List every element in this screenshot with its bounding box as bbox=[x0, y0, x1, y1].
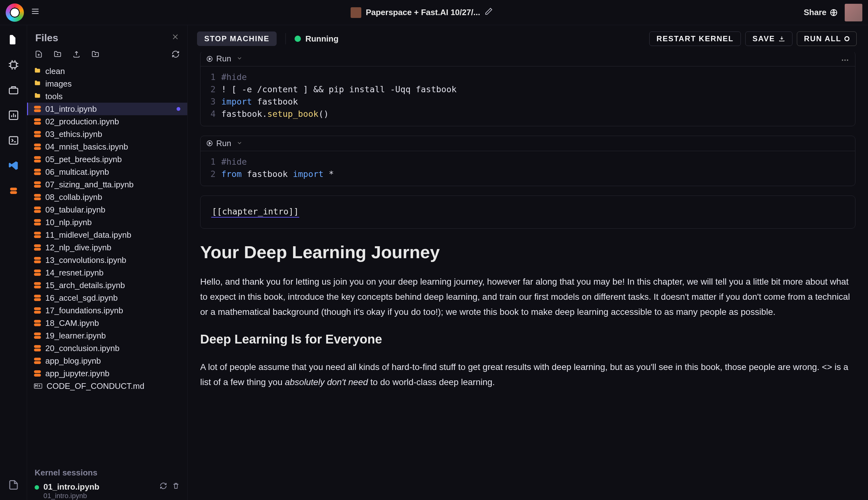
upload-file-icon[interactable] bbox=[72, 50, 81, 60]
file-row[interactable]: 03_ethics.ipynb bbox=[27, 128, 187, 140]
file-row[interactable]: 01_intro.ipynb bbox=[27, 103, 187, 115]
jupyter-file-icon bbox=[34, 105, 41, 112]
rail-files-icon[interactable] bbox=[7, 33, 20, 46]
run-cell-button[interactable]: Run bbox=[206, 54, 231, 64]
folder-row[interactable]: tools bbox=[27, 90, 187, 103]
kernel-sessions-section: Kernel sessions 01_intro.ipynb 01_intro.… bbox=[27, 463, 187, 500]
jupyter-file-icon bbox=[34, 169, 41, 175]
refresh-icon[interactable] bbox=[172, 50, 180, 60]
file-row[interactable]: 04_mnist_basics.ipynb bbox=[27, 140, 187, 153]
rail-metrics-icon[interactable] bbox=[7, 109, 20, 122]
play-icon bbox=[206, 55, 213, 62]
markdown-h2: Deep Learning Is for Everyone bbox=[200, 332, 855, 346]
folder-icon bbox=[34, 66, 41, 76]
jupyter-file-icon bbox=[34, 357, 41, 364]
code-cell-2[interactable]: Run 1#hide 2from fastbook import * bbox=[200, 136, 855, 186]
markdown-cell[interactable]: [[chapter_intro]] bbox=[200, 195, 855, 229]
rail-terminal-icon[interactable] bbox=[7, 134, 20, 147]
code-area[interactable]: 1#hide 2from fastbook import * bbox=[200, 151, 855, 186]
file-row[interactable]: 16_accel_sgd.ipynb bbox=[27, 292, 187, 304]
stop-machine-button[interactable]: STOP MACHINE bbox=[197, 32, 277, 46]
run-all-button[interactable]: RUN ALL bbox=[797, 32, 857, 46]
file-row[interactable]: 10_nlp.ipynb bbox=[27, 216, 187, 229]
run-all-label: RUN ALL bbox=[804, 34, 841, 43]
file-row[interactable]: 09_tabular.ipynb bbox=[27, 203, 187, 216]
download-icon bbox=[778, 35, 785, 42]
cell-menu-icon[interactable] bbox=[841, 54, 849, 64]
restart-kernel-button[interactable]: RESTART KERNEL bbox=[649, 32, 741, 46]
folder-name: tools bbox=[45, 92, 62, 101]
kernel-delete-icon[interactable] bbox=[172, 482, 180, 492]
file-name: app_blog.ipynb bbox=[45, 356, 101, 366]
chapter-tag: [[chapter_intro]] bbox=[211, 206, 299, 218]
file-name: CODE_OF_CONDUCT.md bbox=[47, 381, 144, 391]
rail-datasets-icon[interactable] bbox=[7, 84, 20, 96]
file-row[interactable]: 14_resnet.ipynb bbox=[27, 266, 187, 279]
file-row[interactable]: 20_conclusion.ipynb bbox=[27, 342, 187, 354]
file-row[interactable]: app_jupyter.ipynb bbox=[27, 367, 187, 380]
file-name: 14_resnet.ipynb bbox=[45, 268, 104, 278]
kernel-item[interactable]: 01_intro.ipynb 01_intro.ipynb bbox=[35, 482, 180, 500]
file-row[interactable]: 15_arch_details.ipynb bbox=[27, 279, 187, 292]
upload-folder-icon[interactable] bbox=[91, 50, 100, 60]
run-cell-button[interactable]: Run bbox=[206, 138, 231, 148]
files-sidebar: Files cleanimagestools01_intro.ipynb02_p… bbox=[27, 25, 188, 500]
file-name: 05_pet_breeds.ipynb bbox=[45, 155, 122, 164]
edit-title-icon[interactable] bbox=[485, 7, 493, 18]
markdown-file-icon bbox=[34, 381, 42, 391]
icon-rail bbox=[0, 25, 27, 500]
file-row[interactable]: 07_sizing_and_tta.ipynb bbox=[27, 178, 187, 191]
file-name: 15_arch_details.ipynb bbox=[45, 281, 125, 290]
jupyter-file-icon bbox=[34, 332, 41, 339]
file-row[interactable]: 12_nlp_dive.ipynb bbox=[27, 241, 187, 254]
chevron-down-icon[interactable] bbox=[236, 138, 243, 148]
file-row[interactable]: 19_learner.ipynb bbox=[27, 329, 187, 342]
menu-icon[interactable] bbox=[31, 7, 40, 18]
file-row[interactable]: app_blog.ipynb bbox=[27, 354, 187, 367]
code-cell-1[interactable]: Run 1#hide 2! [ -e /content ] && pip ins… bbox=[200, 51, 855, 126]
svg-point-29 bbox=[842, 59, 843, 61]
svg-marker-28 bbox=[209, 58, 211, 60]
chevron-down-icon[interactable] bbox=[236, 54, 243, 64]
app-logo[interactable] bbox=[6, 3, 24, 22]
status-dot-icon bbox=[294, 36, 301, 42]
kernel-restart-icon[interactable] bbox=[160, 482, 167, 492]
folder-icon bbox=[34, 92, 41, 101]
new-file-icon[interactable] bbox=[35, 50, 43, 60]
file-row[interactable]: 06_multicat.ipynb bbox=[27, 166, 187, 178]
folder-row[interactable]: clean bbox=[27, 65, 187, 78]
new-folder-icon[interactable] bbox=[54, 50, 62, 60]
code-line: import bbox=[221, 96, 252, 106]
code-line: #hide bbox=[221, 71, 247, 83]
file-row[interactable]: 17_foundations.ipynb bbox=[27, 304, 187, 317]
file-row[interactable]: 08_collab.ipynb bbox=[27, 191, 187, 203]
rail-compute-icon[interactable] bbox=[7, 59, 20, 71]
topbar: Paperspace + Fast.AI 10/27/... Share bbox=[0, 0, 868, 25]
save-button[interactable]: SAVE bbox=[745, 32, 792, 46]
jupyter-file-icon bbox=[34, 370, 41, 377]
jupyter-file-icon bbox=[34, 156, 41, 163]
close-sidebar-icon[interactable] bbox=[172, 33, 179, 43]
action-bar: STOP MACHINE Running RESTART KERNEL SAVE… bbox=[188, 25, 868, 52]
file-name: 16_accel_sgd.ipynb bbox=[45, 293, 118, 303]
kernel-title: Kernel sessions bbox=[35, 468, 180, 478]
file-row[interactable]: 11_midlevel_data.ipynb bbox=[27, 229, 187, 241]
file-row[interactable]: 02_production.ipynb bbox=[27, 115, 187, 128]
file-row[interactable]: 13_convolutions.ipynb bbox=[27, 254, 187, 266]
jupyter-file-icon bbox=[34, 181, 41, 188]
rail-docs-icon[interactable] bbox=[7, 479, 20, 491]
rail-jupyter-icon[interactable] bbox=[7, 184, 20, 197]
folder-row[interactable]: images bbox=[27, 78, 187, 90]
code-area[interactable]: 1#hide 2! [ -e /content ] && pip install… bbox=[200, 66, 855, 126]
file-row[interactable]: 05_pet_breeds.ipynb bbox=[27, 153, 187, 166]
jupyter-file-icon bbox=[34, 294, 41, 301]
file-row[interactable]: 18_CAM.ipynb bbox=[27, 317, 187, 329]
kernel-name: 01_intro.ipynb bbox=[44, 482, 100, 492]
rail-vscode-icon[interactable] bbox=[7, 159, 20, 172]
jupyter-file-icon bbox=[34, 244, 41, 251]
user-avatar[interactable] bbox=[845, 4, 862, 21]
sidebar-title: Files bbox=[35, 32, 167, 44]
share-button[interactable]: Share bbox=[804, 8, 838, 17]
file-name: 02_production.ipynb bbox=[45, 117, 119, 127]
file-row[interactable]: CODE_OF_CONDUCT.md bbox=[27, 380, 187, 392]
